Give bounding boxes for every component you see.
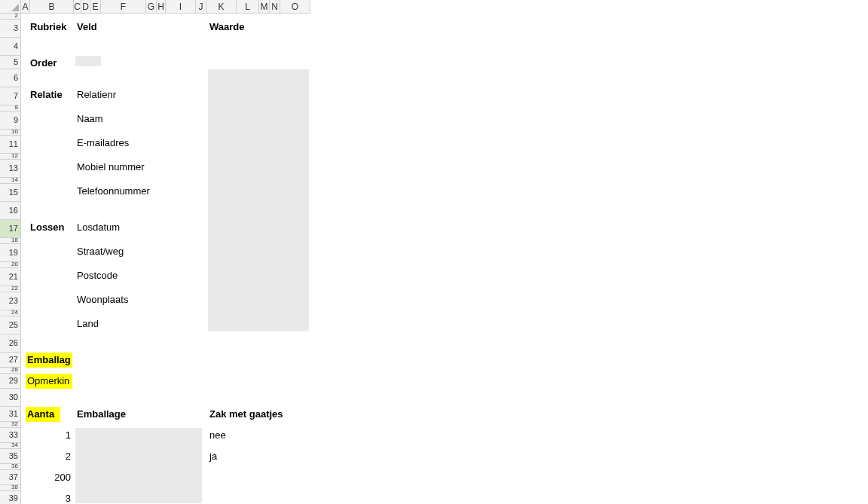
row-header-10[interactable]: 10 [0,130,21,136]
header-waarde: Waarde [208,21,244,32]
row-header-37[interactable]: 37 [0,470,21,485]
col-header-C[interactable]: C [74,0,81,14]
row-header-26[interactable]: 26 [0,334,21,353]
col-header-D[interactable]: D [81,0,90,14]
col-header-N[interactable]: N [270,0,280,14]
row-header-5[interactable]: 5 [0,56,21,69]
row-header-21[interactable]: 21 [0,268,21,286]
row-header-6[interactable]: 6 [0,69,21,87]
label-order: Order [29,57,57,69]
row-header-14[interactable]: 14 [0,178,21,184]
row-header-17[interactable]: 17 [0,220,21,238]
aantal-1: 2 [26,451,71,462]
col-header-E[interactable]: E [90,0,101,14]
col-header-G[interactable]: G [146,0,157,14]
row-header-3[interactable]: 3 [0,20,21,38]
row-header-36[interactable]: 36 [0,464,21,470]
aantal-2: 200 [26,472,71,483]
row-header-28[interactable]: 28 [0,368,21,374]
row-header-25[interactable]: 25 [0,316,21,334]
label-opmerkin: Opmerkin [26,374,72,389]
row-header-23[interactable]: 23 [0,292,21,310]
field-relatienr: Relatienr [75,89,116,100]
col-header-B[interactable]: B [30,0,74,14]
input-waarde-block[interactable] [208,69,309,331]
row-header-20[interactable]: 20 [0,262,21,268]
header-veld: Veld [75,21,97,32]
header-emballage: Emballage [75,408,126,420]
svg-marker-0 [11,4,19,11]
zak-value-1: nee [208,429,226,441]
field-straat: Straat/weg [75,246,124,257]
row-header-34[interactable]: 34 [0,443,21,449]
row-header-12[interactable]: 12 [0,154,21,160]
col-header-K[interactable]: K [206,0,237,14]
col-header-I[interactable]: I [166,0,196,14]
header-rubriek: Rubriek [29,21,66,32]
col-header-O[interactable]: O [280,0,310,14]
field-woonplaats: Woonplaats [75,294,128,305]
row-header-31[interactable]: 31 [0,407,21,422]
field-email: E-mailadres [75,137,129,148]
aantal-3: 3 [26,493,71,504]
spreadsheet[interactable]: ABCDEFGHIJKLMNO 234567891011121314151617… [0,0,868,504]
row-header-29[interactable]: 29 [0,374,21,389]
row-header-24[interactable]: 24 [0,310,21,316]
col-header-M[interactable]: M [259,0,270,14]
row-header-9[interactable]: 9 [0,111,21,130]
row-header-35[interactable]: 35 [0,449,21,464]
zak-value-2: ja [208,451,217,462]
col-header-J[interactable]: J [196,0,206,14]
row-header-38[interactable]: 38 [0,485,21,491]
field-naam: Naam [75,113,103,124]
field-land: Land [75,318,99,329]
label-emballag: Emballag [26,353,72,368]
aantal-0: 1 [26,429,71,441]
row-header-18[interactable]: 18 [0,238,21,244]
row-header-19[interactable]: 19 [0,244,21,262]
col-header-L[interactable]: L [237,0,259,14]
field-losdatum: Losdatum [75,221,120,233]
row-header-16[interactable]: 16 [0,202,21,220]
row-header-15[interactable]: 15 [0,184,21,202]
field-mobiel: Mobiel nummer [75,161,145,173]
select-all-corner[interactable] [0,0,21,14]
row-header-32[interactable]: 32 [0,422,21,428]
label-relatie: Relatie [29,89,63,100]
row-header-8[interactable]: 8 [0,105,21,111]
row-header-2[interactable]: 2 [0,14,21,20]
row-header-11[interactable]: 11 [0,136,21,154]
row-header-13[interactable]: 13 [0,160,21,178]
row-header-4[interactable]: 4 [0,38,21,56]
input-order[interactable] [75,56,101,66]
field-postcode: Postcode [75,270,118,281]
header-aanta: Aanta [26,407,60,422]
field-telefoon: Telefoonnummer [75,185,150,197]
row-header-39[interactable]: 39 [0,491,21,504]
row-header-22[interactable]: 22 [0,286,21,292]
col-header-H[interactable]: H [157,0,166,14]
row-header-30[interactable]: 30 [0,389,21,407]
row-header-7[interactable]: 7 [0,87,21,105]
col-header-F[interactable]: F [101,0,146,14]
input-emballage-block[interactable] [75,428,202,503]
row-header-33[interactable]: 33 [0,428,21,443]
row-header-27[interactable]: 27 [0,353,21,368]
label-lossen: Lossen [29,221,65,233]
col-header-A[interactable]: A [21,0,30,14]
header-zak: Zak met gaatjes [208,408,283,420]
